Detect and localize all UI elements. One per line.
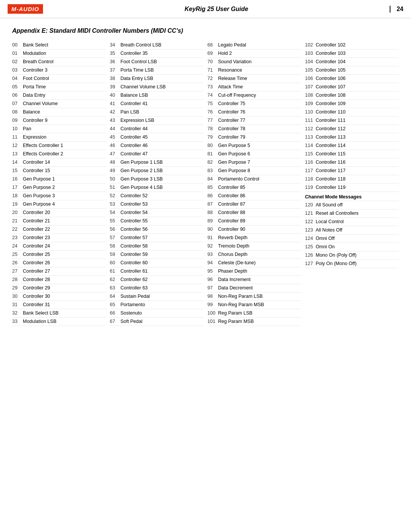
midi-label: Controller 112 [316,126,346,131]
midi-number: 58 [110,243,121,249]
table-row: 72Release Time [207,75,301,83]
midi-label: Controller 110 [316,109,346,115]
midi-label: Sostenuto [121,310,142,316]
midi-number: 103 [305,51,316,56]
midi-number: 47 [110,151,121,157]
table-row: 76Controller 76 [207,108,301,117]
midi-label: Controller 61 [121,268,148,274]
table-row: 56Controller 56 [110,225,204,234]
midi-number: 05 [12,84,23,89]
midi-label: Controller 87 [218,201,245,207]
midi-number: 95 [207,268,218,274]
table-row: 10Pan [12,125,106,133]
midi-label: Omni Off [316,236,335,241]
midi-number: 119 [305,185,316,190]
midi-number: 67 [110,319,121,324]
midi-number: 100 [207,310,218,316]
midi-label: Controller 119 [316,185,346,190]
midi-number: 102 [305,42,316,48]
midi-number: 68 [207,42,218,48]
table-row: 45Controller 45 [110,133,204,142]
midi-label: Controller 30 [23,294,50,299]
midi-label: Controller 103 [316,51,346,56]
midi-number: 69 [207,51,218,56]
table-row: 33Modulation LSB [12,318,106,326]
midi-label: Controller 55 [121,218,148,224]
table-row: 06Data Entry [12,91,106,100]
table-row: 83Gen Purpose 8 [207,167,301,175]
table-row: 43Expression LSB [110,117,204,125]
table-row: 41Controller 41 [110,100,204,108]
midi-label: Controller 78 [218,126,245,131]
midi-label: Porta Time [23,84,46,89]
table-row: 64Sustain Pedal [110,292,204,301]
midi-number: 50 [110,176,121,182]
midi-label: Channel Volume [23,101,58,106]
midi-label: Data Decrement [218,285,253,291]
midi-column-2: 68Legato Pedal69Hold 270Sound Variation7… [207,41,301,326]
table-row: 112Controller 112 [305,125,399,133]
midi-label: Controller 57 [121,235,148,240]
table-row: 117Controller 117 [305,167,399,175]
midi-label: Gen Purpose 2 LSB [121,168,163,173]
midi-number: 107 [305,84,316,89]
table-row: 53Controller 53 [110,200,204,209]
table-row: 73Attack Time [207,83,301,91]
midi-label: Reg Param MSB [218,319,254,324]
midi-label: Controller 62 [121,277,148,282]
midi-label: Balance [23,109,40,115]
midi-label: Tremolo Depth [218,243,249,249]
table-row: 09Controller 9 [12,117,106,125]
midi-label: Controller 31 [23,302,50,307]
midi-label: Controller 24 [23,243,50,249]
midi-label: Data Entry LSB [121,76,153,81]
midi-label: Controller 108 [316,93,346,98]
midi-number: 91 [207,235,218,240]
midi-label: Channel Volume LSB [121,84,166,89]
midi-column-3: 102Controller 102103Controller 103104Con… [305,41,399,326]
table-row: 15Controller 15 [12,167,106,175]
midi-number: 60 [110,260,121,265]
midi-label: Controller 15 [23,168,50,173]
midi-label: Controller 106 [316,76,346,81]
midi-number: 124 [305,236,316,241]
table-row: 68Legato Pedal [207,41,301,50]
midi-number: 21 [12,218,23,224]
table-row: 65Portamento [110,301,204,309]
table-row: 97Data Decrement [207,284,301,292]
midi-column-0: 00Bank Select01Modulation02Breath Contro… [12,41,106,326]
midi-label: Release Time [218,76,247,81]
table-row: 92Tremolo Depth [207,242,301,251]
table-row: 121Reset all Controllers [305,209,399,218]
midi-number: 115 [305,151,316,157]
midi-label: Controller 117 [316,168,346,173]
table-row: 113Controller 113 [305,133,399,142]
midi-number: 89 [207,218,218,224]
midi-number: 61 [110,268,121,274]
midi-label: Bank Select LSB [23,310,59,316]
midi-label: Controller 54 [121,210,148,215]
midi-label: Chorus Depth [218,252,247,257]
midi-number: 42 [110,109,121,115]
page-header: M-AUDIO KeyRig 25 User Guide 24 [0,0,411,18]
midi-label: Balance LSB [121,93,148,98]
table-row: 102Controller 102 [305,41,399,50]
table-row: 103Controller 103 [305,50,399,58]
midi-label: Celeste (De-tune) [218,260,256,265]
midi-label: Legato Pedal [218,42,246,48]
midi-label: Gen Purpose 2 [23,185,55,190]
midi-number: 114 [305,143,316,148]
midi-number: 92 [207,243,218,249]
midi-label: Effects Controller 1 [23,143,63,148]
midi-label: Gen Purpose 7 [218,160,250,165]
midi-number: 126 [305,252,316,258]
midi-label: Controller 44 [121,126,148,131]
midi-number: 45 [110,134,121,140]
table-row: 101Reg Param MSB [207,318,301,326]
midi-label: Hold 2 [218,51,232,56]
midi-label: Controller 86 [218,193,245,198]
midi-number: 10 [12,126,23,131]
channel-mode-heading: Channel Mode Messages [305,192,399,201]
table-row: 23Controller 23 [12,234,106,242]
midi-label: Gen Purpose 4 [23,201,55,207]
